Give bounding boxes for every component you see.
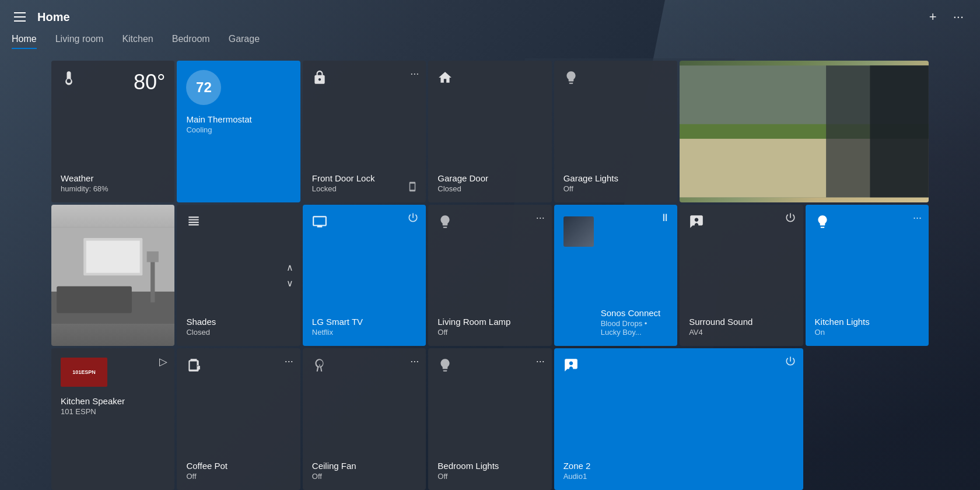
bedroom-lights-icon xyxy=(438,358,453,373)
shades-icon xyxy=(186,214,201,229)
room-view xyxy=(51,205,174,346)
sonos-pause-icon: ⏸ xyxy=(660,212,670,224)
lamp-more-button[interactable]: ··· xyxy=(536,212,545,224)
thermostat-value: 72 xyxy=(186,70,221,105)
kitchen-speaker-play-button[interactable]: ▷ xyxy=(159,355,167,368)
surround-sound-tile[interactable]: Surround Sound AV4 xyxy=(680,205,803,346)
shades-controls: ∧ ∨ xyxy=(286,262,293,289)
lg-tv-power-button[interactable] xyxy=(407,212,419,226)
coffee-pot-status: Off xyxy=(186,472,290,481)
garage-door-title: Garage Door xyxy=(438,173,542,183)
coffee-pot-more-button[interactable]: ··· xyxy=(285,355,293,368)
sonos-title: Sonos Connect xyxy=(601,308,668,318)
garage-lights-tile[interactable]: Garage Lights Off xyxy=(554,61,677,202)
header-actions: + ··· xyxy=(925,7,968,27)
app-header: Home + ··· xyxy=(0,0,980,34)
coffee-pot-tile[interactable]: ··· Coffee Pot Off xyxy=(177,348,300,490)
zone2-power-button[interactable] xyxy=(785,355,796,370)
living-room-lamp-title: Living Room Lamp xyxy=(438,317,542,327)
surround-power-button[interactable] xyxy=(785,212,796,226)
thermostat-tile[interactable]: 72 Main Thermostat Cooling xyxy=(177,61,300,202)
svg-rect-8 xyxy=(57,286,132,313)
weather-humidity: humidity: 68% xyxy=(61,184,165,193)
menu-icon[interactable] xyxy=(12,10,28,24)
svg-rect-10 xyxy=(86,240,140,272)
weather-tile[interactable]: 80° Weather humidity: 68% xyxy=(51,61,174,202)
camera-view xyxy=(680,61,929,202)
shades-up-button[interactable]: ∧ xyxy=(286,262,293,273)
garage-lights-icon xyxy=(564,70,579,85)
zone2-power-icon xyxy=(785,355,796,367)
living-room-lamp-status: Off xyxy=(438,328,542,337)
front-door-more-button[interactable]: ··· xyxy=(410,68,419,80)
lg-tv-title: LG Smart TV xyxy=(312,317,416,327)
shades-down-button[interactable]: ∨ xyxy=(286,278,293,289)
svg-rect-12 xyxy=(147,251,159,262)
zone2-tile[interactable]: Zone 2 Audio1 xyxy=(554,348,803,490)
garage-lights-title: Garage Lights xyxy=(564,173,668,183)
nav-tabs: Home Living room Kitchen Bedroom Garage xyxy=(0,34,980,49)
front-door-status: Locked xyxy=(312,184,416,193)
more-button[interactable]: ··· xyxy=(949,7,968,27)
bedroom-lights-more-button[interactable]: ··· xyxy=(536,355,545,368)
app-title: Home xyxy=(37,10,70,24)
kitchen-speaker-subtitle: 101 ESPN xyxy=(61,407,165,416)
speaker-icon xyxy=(689,214,704,229)
zone2-speaker-icon xyxy=(564,358,579,373)
svg-rect-4 xyxy=(870,65,929,197)
tab-garage[interactable]: Garage xyxy=(229,34,260,49)
front-door-title: Front Door Lock xyxy=(312,173,416,183)
shades-tile[interactable]: ∧ ∨ Shades Closed xyxy=(177,205,300,346)
tab-home[interactable]: Home xyxy=(12,34,37,49)
kitchen-lights-title: Kitchen Lights xyxy=(815,317,919,327)
power-icon xyxy=(407,212,419,223)
tab-kitchen[interactable]: Kitchen xyxy=(122,34,153,49)
bedroom-lights-status: Off xyxy=(438,472,542,481)
kitchen-speaker-tile[interactable]: ▷ 101ESPN Kitchen Speaker 101 ESPN xyxy=(51,348,174,490)
surround-power-icon xyxy=(785,212,796,223)
weather-temp: 80° xyxy=(134,70,165,94)
surround-subtitle: AV4 xyxy=(689,328,793,337)
zone2-subtitle: Audio1 xyxy=(564,472,794,481)
garage-door-status: Closed xyxy=(438,184,542,193)
lg-tv-status: Netflix xyxy=(312,328,416,337)
coffee-pot-icon xyxy=(186,358,201,373)
zone2-title: Zone 2 xyxy=(564,461,794,471)
sonos-tile[interactable]: ⏸ Sonos Connect Blood Drops • Lucky Boy.… xyxy=(554,205,677,346)
shades-status: Closed xyxy=(186,328,290,337)
ceiling-fan-status: Off xyxy=(312,472,416,481)
thermostat-status: Cooling xyxy=(186,125,290,134)
lg-tv-tile[interactable]: LG Smart TV Netflix xyxy=(303,205,426,346)
lock-icon xyxy=(312,70,327,85)
kitchen-lights-icon xyxy=(815,214,830,229)
sonos-subtitle: Blood Drops • Lucky Boy... xyxy=(601,319,668,337)
ceiling-fan-more-button[interactable]: ··· xyxy=(410,355,419,368)
sonos-album-art xyxy=(564,216,594,247)
garage-lights-status: Off xyxy=(564,184,668,193)
add-button[interactable]: + xyxy=(925,7,942,27)
kitchen-lights-tile[interactable]: ··· Kitchen Lights On xyxy=(806,205,929,346)
tab-living-room[interactable]: Living room xyxy=(55,34,104,49)
thermometer-icon xyxy=(61,70,77,86)
thermostat-title: Main Thermostat xyxy=(186,114,290,124)
room-camera-tile[interactable] xyxy=(51,205,174,346)
tiles-grid: 80° Weather humidity: 68% 72 Main Thermo… xyxy=(0,61,980,490)
svg-rect-11 xyxy=(150,259,155,302)
tab-bedroom[interactable]: Bedroom xyxy=(172,34,210,49)
ceiling-fan-tile[interactable]: ··· Ceiling Fan Off xyxy=(303,348,426,490)
bedroom-lights-tile[interactable]: ··· Bedroom Lights Off xyxy=(428,348,551,490)
living-room-lamp-tile[interactable]: ··· Living Room Lamp Off xyxy=(428,205,551,346)
ceiling-fan-icon xyxy=(312,358,327,373)
garage-door-tile[interactable]: Garage Door Closed xyxy=(428,61,551,202)
kitchen-speaker-title: Kitchen Speaker xyxy=(61,396,165,406)
front-door-tile[interactable]: ··· Front Door Lock Locked xyxy=(303,61,426,202)
lamp-icon xyxy=(438,214,453,229)
ceiling-fan-title: Ceiling Fan xyxy=(312,461,416,471)
garage-door-icon xyxy=(438,70,453,85)
bedroom-lights-title: Bedroom Lights xyxy=(438,461,542,471)
kitchen-lights-more-button[interactable]: ··· xyxy=(913,212,922,224)
camera-tile[interactable] xyxy=(680,61,929,202)
radio-logo: 101ESPN xyxy=(61,358,107,387)
weather-title: Weather xyxy=(61,173,165,183)
tv-icon xyxy=(312,214,327,229)
